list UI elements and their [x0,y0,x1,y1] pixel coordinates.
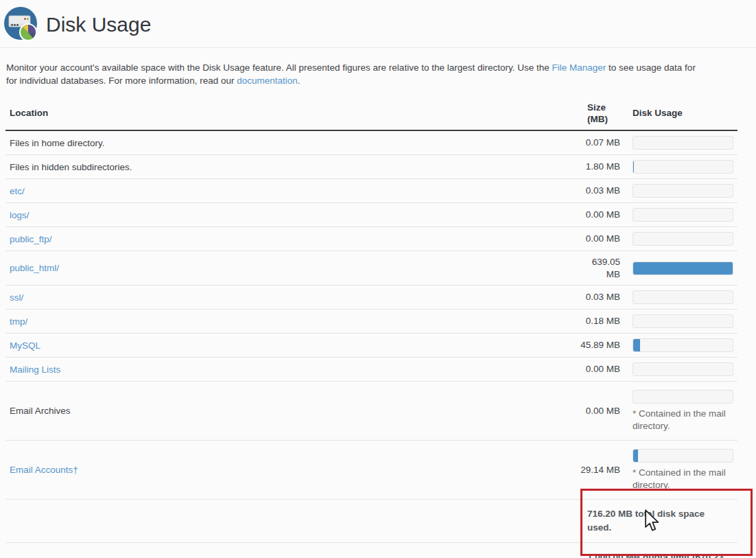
location-link-public-ftp[interactable]: public_ftp/ [10,234,52,244]
size-value: 0.00 MB [586,363,620,375]
column-header-size: Size (MB) [580,96,623,130]
disk-usage-icon [3,7,39,43]
disk-usage-bar [633,184,733,198]
location-link-logs[interactable]: logs/ [10,210,29,220]
size-value: 0.07 MB [586,137,620,149]
table-row: public_ftp/ 0.00 MB [5,227,737,251]
size-value: 0.03 MB [586,185,620,197]
location-link-email-accounts[interactable]: Email Accounts† [10,465,78,475]
table-row: ssl/ 0.03 MB [5,286,737,310]
location-link-mysql[interactable]: MySQL [10,340,40,351]
disk-usage-bar [633,338,733,352]
disk-usage-bar [633,232,733,246]
location-label: Email Archives [5,382,580,441]
intro-line-1: Monitor your account's available space w… [6,62,751,75]
table-row: Email Accounts† 29.14 MB * Contained in … [5,441,737,500]
size-value: 45.89 MB [580,339,620,351]
table-row: Email Archives 0.00 MB * Contained in th… [5,382,737,441]
disk-usage-bar [633,290,733,304]
table-header-row: Location Size (MB) Disk Usage [5,96,737,130]
size-value: 29.14 MB [580,464,620,476]
file-manager-link[interactable]: File Manager [552,62,606,73]
location-link-ssl[interactable]: ssl/ [10,292,23,303]
disk-usage-bar [633,160,733,174]
documentation-link[interactable]: documentation [237,75,298,86]
disk-usage-bar [633,136,733,150]
summary-row-quota: 1,000.00 MB quota limit (670.23 MB used)… [5,543,737,558]
disk-usage-bar [633,261,733,275]
disk-usage-bar [633,208,733,222]
mail-directory-note: * Contained in the mail directory. [633,408,735,432]
size-value: 639.05 MB [580,256,620,280]
summary-row-total: 716.20 MB total disk space used. [5,500,737,543]
location-link-public-html[interactable]: public_html/ [10,263,59,273]
page-header: Disk Usage [0,0,756,48]
size-value: 0.03 MB [586,291,620,303]
location-label: Files in home directory. [5,130,580,155]
disk-usage-bar [633,449,733,463]
intro-text: Monitor your account's available space w… [0,48,756,87]
table-row: MySQL 45.89 MB [5,334,737,358]
size-value: 0.00 MB [586,405,620,417]
table-row: tmp/ 0.18 MB [5,310,737,334]
disk-usage-bar [633,314,733,328]
table-row: Mailing Lists 0.00 MB [5,358,737,382]
size-value: 0.00 MB [586,209,620,221]
location-link-etc[interactable]: etc/ [10,186,25,196]
table-row: etc/ 0.03 MB [5,179,737,203]
page-title: Disk Usage [46,13,151,36]
table-row: Files in home directory. 0.07 MB [5,130,737,155]
mail-directory-note: * Contained in the mail directory. [633,467,735,491]
size-value: 0.18 MB [586,315,620,327]
disk-usage-table: Location Size (MB) Disk Usage Files in h… [5,96,737,558]
disk-usage-page: Disk Usage Monitor your account's availa… [0,0,756,558]
disk-usage-bar [633,390,733,404]
column-header-disk-usage: Disk Usage [623,96,737,130]
total-disk-space-used: 716.20 MB total disk space used. [587,507,724,535]
disk-usage-bar [633,362,733,376]
intro-line-2: for individual databases. For more infor… [6,75,751,88]
size-value: 1.80 MB [586,161,620,173]
quota-limit: 1,000.00 MB quota limit (670.23 MB used)… [587,550,724,558]
location-link-mailing-lists[interactable]: Mailing Lists [10,364,60,375]
table-row: Files in hidden subdirectories. 1.80 MB [5,155,737,179]
size-value: 0.00 MB [586,233,620,245]
table-row: logs/ 0.00 MB [5,203,737,227]
table-row: public_html/ 639.05 MB [5,251,737,286]
location-label: Files in hidden subdirectories. [5,155,580,179]
location-link-tmp[interactable]: tmp/ [10,316,27,327]
column-header-location: Location [5,96,580,130]
